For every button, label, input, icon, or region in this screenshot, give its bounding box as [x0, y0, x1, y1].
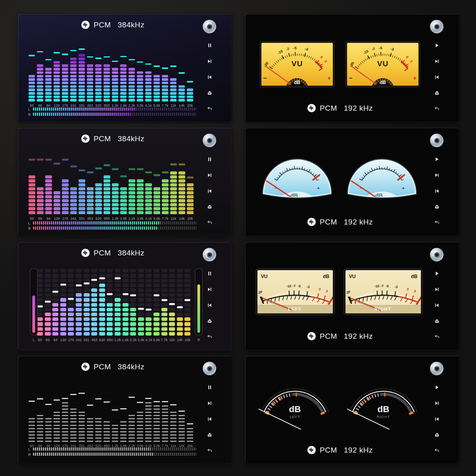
- eject-icon[interactable]: [434, 90, 440, 96]
- pause-icon[interactable]: [207, 156, 213, 162]
- back-icon[interactable]: [207, 448, 213, 454]
- album-disc-icon[interactable]: [203, 20, 216, 33]
- freq-label: 620: [99, 338, 105, 342]
- eject-icon[interactable]: [207, 204, 213, 210]
- spectrum-bar-segment: [99, 298, 105, 301]
- back-icon[interactable]: [207, 106, 213, 112]
- spectrum-bar-segment: [178, 418, 185, 419]
- skip-next-icon[interactable]: [434, 400, 440, 406]
- eject-icon[interactable]: [207, 90, 213, 96]
- spectrum-bar-segment: [79, 431, 85, 432]
- spectrum-bar-segment: [129, 195, 135, 198]
- spectrum-cell: [169, 303, 175, 307]
- skip-previous-icon[interactable]: [207, 302, 213, 308]
- back-icon[interactable]: [207, 220, 213, 226]
- spectrum-cell: [130, 293, 136, 297]
- album-disc-icon[interactable]: [430, 134, 443, 147]
- skip-next-icon[interactable]: [207, 172, 213, 178]
- album-disc-icon[interactable]: [430, 248, 443, 261]
- spectrum-bar-segment: [112, 99, 118, 102]
- skip-next-icon[interactable]: [434, 286, 440, 292]
- back-icon[interactable]: [207, 334, 213, 340]
- svg-text:-10: -10: [286, 284, 292, 288]
- spectrum-bar-segment: [129, 92, 135, 95]
- spectrum-bar-segment: [137, 441, 143, 442]
- freq-label: 3.0k: [136, 104, 143, 107]
- spectrum-bar-segment: [154, 322, 159, 326]
- eject-icon[interactable]: [207, 432, 213, 438]
- freq-label: 69: [38, 104, 42, 107]
- freq-label: 69: [38, 444, 42, 448]
- spectrum-cell: [138, 298, 144, 301]
- spectrum-bar-segment: [112, 78, 118, 81]
- album-disc-icon[interactable]: [430, 362, 443, 375]
- skip-previous-icon[interactable]: [207, 74, 213, 80]
- skip-previous-icon[interactable]: [434, 74, 440, 80]
- spectrum-bar-segment: [54, 88, 60, 91]
- spectrum-bar-segment: [112, 199, 119, 202]
- spectrum-bar-segment: [37, 187, 44, 190]
- skip-previous-icon[interactable]: [434, 416, 440, 422]
- pause-icon[interactable]: [207, 384, 213, 390]
- eject-icon[interactable]: [434, 204, 440, 210]
- svg-text:-3: -3: [304, 47, 308, 52]
- play-icon[interactable]: [434, 271, 440, 276]
- spectrum-cell: [138, 317, 144, 321]
- skip-next-icon[interactable]: [207, 58, 213, 64]
- spectrum-bar-segment: [137, 78, 143, 81]
- album-disc-icon[interactable]: [203, 248, 216, 261]
- skip-next-icon[interactable]: [207, 400, 213, 406]
- eject-icon[interactable]: [207, 318, 213, 324]
- spectrum-bar-segment: [184, 322, 190, 326]
- pause-icon[interactable]: [207, 42, 213, 48]
- skip-previous-icon[interactable]: [207, 188, 213, 194]
- album-disc-icon[interactable]: [203, 362, 216, 375]
- spectrum-bar-segment: [60, 322, 66, 326]
- spectrum-peak-cap: [112, 61, 118, 62]
- spectrum-bar-segment: [95, 88, 102, 91]
- channel-level-meters: LR: [18, 128, 232, 236]
- skip-next-icon[interactable]: [434, 58, 440, 64]
- pause-icon[interactable]: [207, 271, 213, 276]
- play-icon[interactable]: [434, 42, 440, 48]
- spectrum-bar-segment: [87, 96, 93, 98]
- spectrum-bar-segment: [99, 317, 105, 321]
- play-icon[interactable]: [434, 156, 440, 162]
- spectrum-bar-segment: [154, 78, 160, 81]
- spectrum-cell: [169, 274, 175, 277]
- spectrum-bar-segment: [162, 425, 168, 426]
- svg-text:VU: VU: [292, 60, 303, 68]
- eject-icon[interactable]: [434, 318, 440, 324]
- spectrum-bar-segment: [54, 438, 60, 439]
- spectrum-cell: [60, 313, 66, 316]
- spectrum-cell: [60, 322, 66, 326]
- spectrum-bar-segment: [76, 293, 82, 297]
- transport-rail: [432, 42, 442, 112]
- spectrum-bar-segment: [145, 78, 152, 81]
- album-disc-icon[interactable]: [203, 134, 216, 147]
- spectrum-bar-segment: [104, 85, 110, 88]
- skip-next-icon[interactable]: [434, 172, 440, 178]
- skip-previous-icon[interactable]: [434, 302, 440, 308]
- album-disc-icon[interactable]: [430, 20, 443, 33]
- skip-previous-icon[interactable]: [207, 416, 213, 422]
- play-icon[interactable]: [434, 384, 440, 390]
- eject-icon[interactable]: [434, 432, 440, 438]
- spectrum-bar-segment: [162, 92, 168, 95]
- spectrum-cell: [84, 293, 90, 297]
- svg-text:3: 3: [324, 59, 328, 63]
- spectrum-cell: [146, 327, 152, 331]
- spectrum-cell: [154, 308, 159, 311]
- spectrum-bar-segment: [104, 428, 110, 429]
- skip-next-icon[interactable]: [207, 286, 213, 292]
- spectrum-bar-segment: [37, 418, 43, 419]
- spectrum-peak-cap: [45, 159, 52, 160]
- transport-rail: [204, 156, 215, 226]
- spectrum-bar-segment: [154, 409, 160, 410]
- spectrum-bar-segment: [161, 327, 167, 331]
- spectrum-bar-segment: [29, 438, 35, 439]
- skip-previous-icon[interactable]: [434, 188, 440, 194]
- spectrum-bar-segment: [146, 322, 152, 326]
- spectrum-cell: [177, 308, 183, 311]
- disc-hole: [207, 25, 212, 29]
